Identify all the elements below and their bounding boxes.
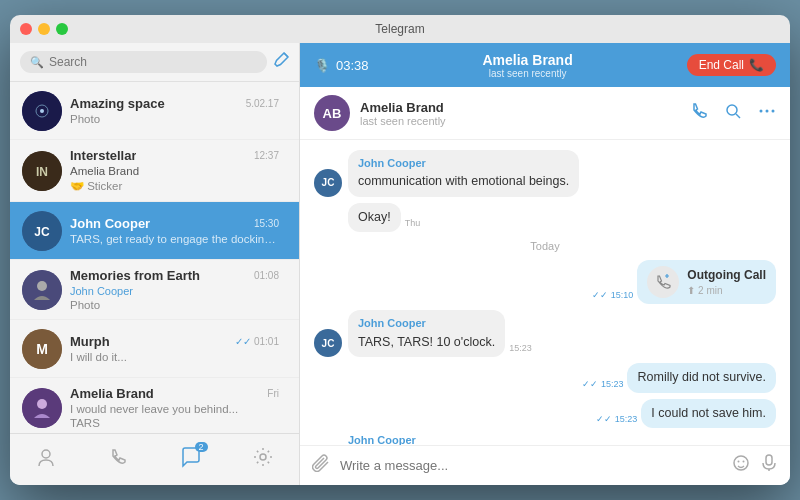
svg-point-19: [727, 105, 737, 115]
chat-nav-badge: 2: [195, 442, 208, 452]
search-bar[interactable]: 🔍: [20, 51, 267, 73]
call-duration: ⬆ 2 min: [687, 284, 766, 298]
message-row: JC John Cooper ▶: [314, 434, 776, 445]
settings-icon: [252, 446, 274, 468]
compose-icon: [273, 52, 289, 68]
chat-item-amelia[interactable]: Amelia Brand Fri I would never leave you…: [10, 378, 299, 433]
more-options-icon[interactable]: [758, 102, 776, 124]
message-row: JC John Cooper communication with emotio…: [314, 150, 776, 197]
msg-text: Okay!: [358, 209, 391, 227]
message-row: ✓✓ 15:23 Romilly did not survive.: [314, 363, 776, 393]
avatar-image: [22, 91, 62, 131]
voice-call-icon[interactable]: [690, 102, 708, 124]
chat-name: Murph: [70, 334, 110, 349]
chat-name: Amazing space: [70, 96, 165, 111]
settings-nav-button[interactable]: [244, 442, 282, 477]
chats-nav-button[interactable]: 2: [172, 442, 210, 477]
chat-preview: I would never leave you behind...: [70, 403, 279, 415]
close-button[interactable]: [20, 23, 32, 35]
audio-message-bubble: John Cooper ▶: [348, 434, 491, 445]
compose-button[interactable]: [273, 52, 289, 72]
call-details: Outgoing Call ⬆ 2 min: [687, 267, 766, 298]
microphone-button[interactable]: [760, 454, 778, 477]
contact-status: last seen recently: [489, 68, 567, 79]
chat-info: Memories from Earth 01:08 John Cooper Ph…: [62, 268, 287, 311]
date-divider: Today: [314, 240, 776, 252]
chat-name: Amelia Brand: [70, 386, 154, 401]
header-actions: End Call 📞: [687, 54, 776, 76]
msg-text: Romilly did not survive.: [637, 369, 766, 387]
chat-time: 15:30: [254, 218, 279, 229]
window-controls: [20, 23, 68, 35]
sidebar: 🔍: [10, 43, 300, 485]
chat-time: 5.02.17: [246, 98, 279, 109]
chat-item-murph[interactable]: M Murph ✓✓ 01:01 I will do it...: [10, 320, 299, 378]
chat-preview-2: 🤝 Sticker: [70, 179, 279, 193]
avatar: IN: [22, 151, 62, 191]
svg-point-18: [260, 454, 266, 460]
chat-item-interstellar[interactable]: IN Interstellar 12:37 Amelia Brand 🤝 Sti…: [10, 140, 299, 202]
svg-point-20: [760, 110, 763, 113]
chat-header: 🎙️ 03:38 Amelia Brand last seen recently…: [300, 43, 790, 87]
msg-time: 15:23: [509, 343, 532, 353]
avatar: [22, 270, 62, 310]
chat-item-memories[interactable]: Memories from Earth 01:08 John Cooper Ph…: [10, 260, 299, 320]
msg-avatar: JC: [314, 169, 342, 197]
chat-time: 12:37: [254, 150, 279, 161]
avatar: [22, 91, 62, 131]
svg-point-2: [40, 109, 44, 113]
chat-list: Amazing space 5.02.17 Photo IN: [10, 82, 299, 433]
message-input[interactable]: [340, 458, 722, 473]
avatar-image: [22, 270, 62, 310]
chat-info: John Cooper 15:30 TARS, get ready to eng…: [62, 216, 287, 245]
chat-item-amazing-space[interactable]: Amazing space 5.02.17 Photo: [10, 82, 299, 140]
end-call-button[interactable]: End Call 📞: [687, 54, 776, 76]
timer-display: 03:38: [336, 58, 369, 73]
msg-time: Thu: [405, 218, 421, 228]
contact-avatar: AB: [314, 95, 350, 131]
dots-icon-svg: [758, 102, 776, 120]
minimize-button[interactable]: [38, 23, 50, 35]
call-icon: [647, 266, 679, 298]
message-row: ✓✓ 15:10 Outgoing Call ⬆ 2: [314, 260, 776, 304]
svg-text:IN: IN: [36, 165, 48, 179]
search-icon-svg: [724, 102, 742, 120]
avatar-image: [22, 388, 62, 428]
messages-area: JC John Cooper communication with emotio…: [300, 140, 790, 445]
chat-time: Fri: [267, 388, 279, 399]
search-bar-container: 🔍: [10, 43, 299, 82]
contact-seen: last seen recently: [360, 115, 680, 127]
calls-nav-button[interactable]: [99, 442, 137, 477]
call-message: Outgoing Call ⬆ 2 min: [647, 266, 766, 298]
avatar-image: M: [22, 329, 62, 369]
contacts-icon: [35, 446, 57, 468]
msg-avatar: JC: [314, 329, 342, 357]
svg-point-25: [743, 461, 745, 463]
contacts-nav-button[interactable]: [27, 442, 65, 477]
outgoing-time: ✓✓ 15:23: [596, 414, 637, 424]
emoji-icon: [732, 454, 750, 472]
phone-icon: 📞: [749, 58, 764, 72]
emoji-button[interactable]: [732, 454, 750, 477]
chat-item-john-cooper[interactable]: JC John Cooper 15:30 TARS, get ready to …: [10, 202, 299, 260]
mic-icon: 🎙️: [314, 58, 330, 73]
title-bar: Telegram: [10, 15, 790, 43]
chat-preview: I will do it...: [70, 351, 279, 363]
svg-point-24: [738, 461, 740, 463]
chat-preview: Photo: [70, 299, 279, 311]
maximize-button[interactable]: [56, 23, 68, 35]
attach-button[interactable]: [312, 454, 330, 477]
contact-actions: [690, 102, 776, 124]
contact-details: Amelia Brand last seen recently: [360, 100, 680, 127]
message-bubble: John Cooper communication with emotional…: [348, 150, 579, 197]
search-input[interactable]: [49, 55, 257, 69]
msg-text: I could not save him.: [651, 405, 766, 423]
contact-header: Amelia Brand last seen recently: [482, 52, 572, 79]
contact-bar: AB Amelia Brand last seen recently: [300, 87, 790, 140]
chat-area: 🎙️ 03:38 Amelia Brand last seen recently…: [300, 43, 790, 485]
call-icon-svg: [655, 274, 671, 290]
search-messages-icon[interactable]: [724, 102, 742, 124]
chat-preview: Amelia Brand: [70, 165, 279, 177]
svg-text:JC: JC: [34, 225, 50, 239]
search-icon: 🔍: [30, 56, 44, 69]
